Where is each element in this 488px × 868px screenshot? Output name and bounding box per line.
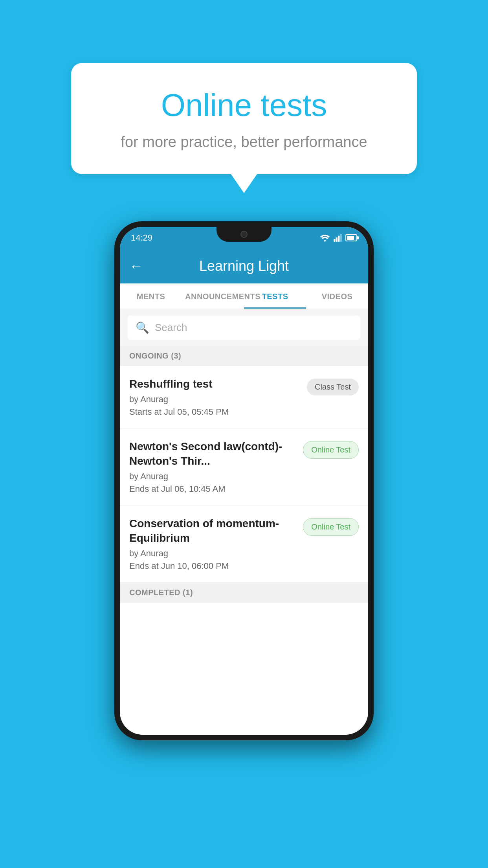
test-badge-3: Online Test	[303, 518, 359, 536]
app-bar: ← Learning Light	[120, 249, 368, 283]
hero-section: Online tests for more practice, better p…	[0, 0, 488, 174]
test-item[interactable]: Conservation of momentum-Equilibrium by …	[120, 506, 368, 583]
status-time: 14:29	[131, 233, 152, 243]
search-icon: 🔍	[136, 321, 149, 334]
tabs-container: MENTS ANNOUNCEMENTS TESTS VIDEOS	[120, 283, 368, 309]
test-item[interactable]: Reshuffling test by Anurag Starts at Jul…	[120, 366, 368, 428]
front-camera	[240, 231, 248, 238]
test-info-1: Reshuffling test by Anurag Starts at Jul…	[129, 377, 307, 417]
bubble-subtitle: for more practice, better performance	[103, 134, 385, 151]
status-icons	[319, 234, 357, 242]
wifi-icon	[319, 234, 330, 242]
test-author-3: by Anurag	[129, 548, 297, 559]
test-name-3: Conservation of momentum-Equilibrium	[129, 517, 297, 545]
search-box[interactable]: 🔍 Search	[128, 316, 360, 340]
tab-announcements[interactable]: ANNOUNCEMENTS	[182, 283, 244, 309]
svg-rect-3	[340, 234, 342, 242]
test-date-1: Starts at Jul 05, 05:45 PM	[129, 407, 301, 417]
bubble-title: Online tests	[103, 86, 385, 124]
test-info-2: Newton's Second law(contd)-Newton's Thir…	[129, 440, 303, 494]
test-date-2: Ends at Jul 06, 10:45 AM	[129, 484, 297, 494]
test-badge-1: Class Test	[307, 379, 359, 395]
test-badge-2: Online Test	[303, 441, 359, 459]
test-info-3: Conservation of momentum-Equilibrium by …	[129, 517, 303, 571]
svg-rect-2	[338, 236, 339, 242]
speech-bubble: Online tests for more practice, better p…	[71, 63, 417, 174]
signal-icon	[334, 234, 342, 242]
completed-section-label: COMPLETED (1)	[120, 583, 368, 603]
search-placeholder: Search	[155, 322, 187, 334]
test-item[interactable]: Newton's Second law(contd)-Newton's Thir…	[120, 428, 368, 506]
svg-rect-0	[334, 239, 335, 242]
test-date-3: Ends at Jun 10, 06:00 PM	[129, 561, 297, 571]
ongoing-section-label: ONGOING (3)	[120, 346, 368, 366]
svg-rect-1	[336, 237, 338, 242]
tab-videos[interactable]: VIDEOS	[306, 283, 368, 309]
battery-icon	[345, 234, 357, 241]
tab-ments[interactable]: MENTS	[120, 283, 182, 309]
test-author-2: by Anurag	[129, 471, 297, 482]
search-container: 🔍 Search	[120, 309, 368, 346]
phone-device: 14:29	[114, 221, 374, 740]
app-title: Learning Light	[151, 258, 337, 274]
test-author-1: by Anurag	[129, 394, 301, 405]
test-name-1: Reshuffling test	[129, 377, 301, 391]
phone-notch	[216, 227, 272, 242]
status-bar: 14:29	[120, 227, 368, 249]
phone-screen: 14:29	[120, 227, 368, 735]
back-button[interactable]: ←	[129, 258, 143, 274]
test-name-2: Newton's Second law(contd)-Newton's Thir…	[129, 440, 297, 468]
phone-wrapper: 14:29	[0, 221, 488, 740]
tab-tests[interactable]: TESTS	[244, 283, 306, 309]
